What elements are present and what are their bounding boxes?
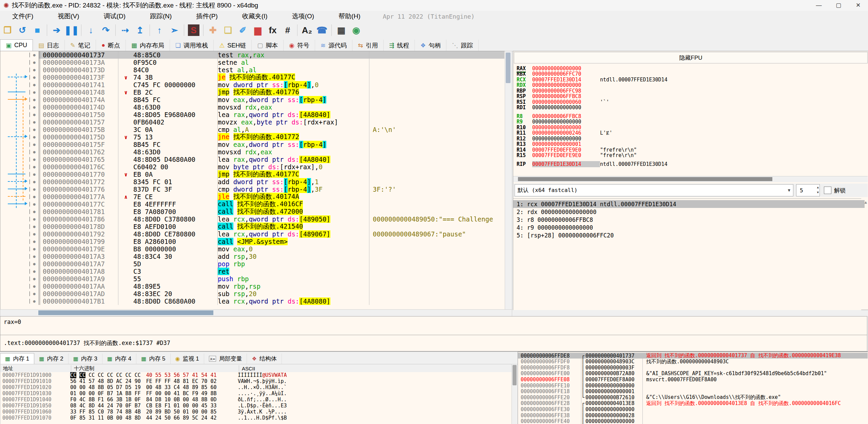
breakpoint-dot[interactable]: ●	[30, 179, 39, 184]
dump-row[interactable]: 00007FFED1D9101056 41 57 48 8D AC 24 90F…	[0, 378, 512, 384]
dump-row[interactable]: 00007FFED1D91000CC CC CC CC CC CC CC CC4…	[0, 372, 512, 378]
menu-item-f[interactable]: 文件(F)	[0, 12, 45, 21]
stack-row[interactable]: 00000000006FFE20└0000000000B72610&"C:\\U…	[518, 394, 868, 400]
run-icon[interactable]: ➔	[50, 24, 63, 37]
scroll-up-icon[interactable]: ▲	[865, 200, 867, 205]
spin-down-icon[interactable]: ▼	[817, 190, 819, 195]
calculator-icon[interactable]: ▦	[334, 24, 348, 37]
spin-up-icon[interactable]: ▲	[817, 185, 819, 190]
memory-dump[interactable]: 00007FFED1D91000CC CC CC CC CC CC CC CC4…	[0, 372, 512, 424]
arguments-list[interactable]: 1: rcx 00007FFED1E30D14 ntdll.00007FFED1…	[513, 198, 861, 310]
stack-row[interactable]: 00000000006FFE00│0000000000B72A80&"AI_DA…	[518, 371, 868, 377]
tab-source[interactable]: ≋源代码	[315, 40, 352, 51]
disasm-row[interactable]: ●000000000040173A0F95C0setne al	[0, 59, 504, 66]
registers-hscrollbar[interactable]	[513, 176, 868, 182]
register-row[interactable]: RAX0000000000000000	[513, 65, 861, 71]
dump-row[interactable]: 00007FFED1D9102000 00 48 8B 05 D7 D5 190…	[0, 384, 512, 390]
breakpoint-dot[interactable]: ●	[30, 254, 39, 259]
breakpoint-dot[interactable]: ●	[30, 142, 39, 147]
restart-icon[interactable]: ↺	[16, 24, 29, 37]
step-into-icon[interactable]: ↓	[84, 24, 98, 37]
disasm-row[interactable]: ●00000000004017A8C3ret	[0, 268, 504, 275]
dump-row[interactable]: 00007FFED1D9103001 00 00 0F B7 1A B8 FFF…	[0, 390, 512, 397]
dump-row[interactable]: 00007FFED1D91040F0 4C 8B F1 66 3B 1B 0F8…	[0, 397, 512, 403]
tab-handles[interactable]: ❖句柄	[415, 40, 446, 51]
breakpoint-dot[interactable]: ●	[30, 120, 39, 124]
disasm-row[interactable]: ●0000000000401799E8 A2860100call <JMP.&s…	[0, 238, 504, 245]
register-row[interactable]: R90000000000000000	[513, 119, 861, 125]
menu-item-n[interactable]: 跟踪(N)	[138, 12, 184, 21]
disasm-row[interactable]: ●000000000040176248:63D0movsxd rdx,eax	[0, 148, 504, 156]
breakpoint-dot[interactable]: ●	[30, 202, 39, 207]
run-to-selection-icon[interactable]: ⇢	[118, 24, 132, 37]
stack-row[interactable]: 00000000006FFE10│0000000000000000	[518, 383, 868, 388]
register-row[interactable]: RSP00000000006FFBC8	[513, 94, 861, 99]
menu-item-o[interactable]: 选项(O)	[280, 12, 326, 21]
disasm-row[interactable]: ●00000000004017A75Dpop rbp	[0, 260, 504, 268]
breakpoint-dot[interactable]: ●	[30, 112, 39, 117]
disasm-row[interactable]: ●0000000000401770∨EB 0Ajmp 找不到的函数.40177C	[0, 171, 504, 178]
calling-convention-dropdown[interactable]: 默认 (x64 fastcall) ▼	[515, 184, 793, 196]
disasm-row[interactable]: ●0000000000401748∨EB 2Cjmp 找不到的函数.401776	[0, 89, 504, 96]
menu-item-p[interactable]: 插件(P)	[184, 12, 230, 21]
tab-references[interactable]: ⇆引用	[352, 40, 384, 51]
stack-view[interactable]: 00000000006FFDE8┌0000000000401737返回到 找不到…	[518, 352, 868, 424]
disasm-row[interactable]: ●0000000000401776837D FC 3Fcmp dword ptr…	[0, 186, 504, 193]
tab-breakpoints[interactable]: ●断点	[96, 40, 126, 51]
register-row[interactable]: R110000000000000246L'Ɇ'	[513, 130, 861, 136]
menu-item-h[interactable]: 帮助(H)	[326, 12, 372, 21]
disasm-row[interactable]: ●000000000040176548:8D05 D4680A00lea rax…	[0, 156, 504, 163]
unlock-checkbox[interactable]	[824, 187, 831, 194]
patch-icon[interactable]: ✚	[206, 24, 220, 37]
disasm-row[interactable]: ●000000000040174D48:63D0movsxd rdx,eax	[0, 103, 504, 111]
breakpoint-dot[interactable]: ●	[30, 284, 39, 289]
comment-icon[interactable]: ❏	[221, 24, 235, 37]
register-row[interactable]: RBP00000000006FFC98	[513, 88, 861, 94]
tab-trace[interactable]: ⋱跟踪	[446, 40, 479, 51]
register-row[interactable]: RSI0000000000000060'`'	[513, 99, 861, 105]
argument-row[interactable]: 5: [rsp+28] 00000000006FFC20	[513, 231, 865, 239]
globe-icon[interactable]: ◉	[349, 24, 363, 37]
disasm-row[interactable]: ●000000000040174A8B45 FCmov eax,dword pt…	[0, 96, 504, 103]
register-row[interactable]: R100000000000000000	[513, 124, 861, 130]
btab-struct[interactable]: ❖结构体	[247, 353, 282, 364]
breakpoint-dot[interactable]: ●	[30, 269, 39, 274]
disasm-row[interactable]: ●000000000040175D∨75 13jne 找不到的函数.401772	[0, 133, 504, 141]
dump-row[interactable]: 00007FFED1D9106033 FF 85 C0 78 74 8B 4B2…	[0, 409, 512, 415]
minimize-button[interactable]: —	[809, 0, 829, 11]
breakpoint-dot[interactable]: ●	[30, 135, 39, 139]
breakpoint-dot[interactable]: ●	[30, 224, 39, 229]
stack-row[interactable]: 00000000006FFDF0│000000000048903C找不到的函数.…	[518, 359, 868, 365]
disasm-row[interactable]: ●0000000000401781E8 7A080700call 找不到的函数.…	[0, 208, 504, 215]
disasm-row[interactable]: ●00000000004017A348:83C4 30add rsp,30	[0, 253, 504, 260]
assemble-az-icon[interactable]: A₂	[300, 24, 314, 37]
fx-icon[interactable]: fx	[266, 24, 279, 37]
stack-row[interactable]: 00000000006FFDF8│000000000000003F	[518, 365, 868, 370]
stop-icon[interactable]: ■	[31, 24, 44, 37]
btab-memory-1[interactable]: ▦内存 1	[0, 353, 34, 364]
breakpoint-dot[interactable]: ●	[30, 53, 39, 57]
breakpoint-dot[interactable]: ●	[30, 187, 39, 192]
disasm-row[interactable]: ●000000000040178648:8D0D C3780800lea rcx…	[0, 215, 504, 223]
disasm-row[interactable]: ●000000000040179EB8 00000000mov eax,0	[0, 245, 504, 253]
breakpoint-dot[interactable]: ●	[30, 209, 39, 214]
tab-cpu[interactable]: ▣CPU	[0, 39, 33, 51]
disassembly-view[interactable]: ●000000000040173748:85C0test rax,rax●000…	[0, 51, 505, 310]
register-row[interactable]: RDX0000000000000000	[513, 82, 861, 88]
breakpoint-dot[interactable]: ●	[30, 90, 39, 95]
breakpoint-dot[interactable]: ●	[30, 291, 39, 296]
dump-vscrollbar[interactable]	[512, 364, 518, 424]
disasm-row[interactable]: ●000000000040177A∧7E CEjle 找不到的函数.40174A	[0, 193, 504, 200]
disasm-row[interactable]: ●000000000040179248:8D0D CE780800lea rcx…	[0, 230, 504, 238]
breakpoint-dot[interactable]: ●	[30, 60, 39, 65]
tab-notes[interactable]: ✎笔记	[65, 40, 96, 51]
run-to-user-code-icon[interactable]: ➣	[168, 24, 181, 37]
breakpoint-dot[interactable]: ●	[30, 127, 39, 132]
label-icon[interactable]: ▆	[251, 24, 265, 37]
tab-script[interactable]: ▢脚本	[252, 40, 284, 51]
breakpoint-dot[interactable]: ●	[30, 165, 39, 169]
argument-row[interactable]: 1: rcx 00007FFED1E30D14 ntdll.00007FFED1…	[513, 200, 865, 208]
breakpoint-dot[interactable]: ●	[30, 68, 39, 72]
tab-threads[interactable]: ⇶线程	[384, 40, 415, 51]
disassembly-hscrollbar[interactable]	[0, 309, 512, 317]
